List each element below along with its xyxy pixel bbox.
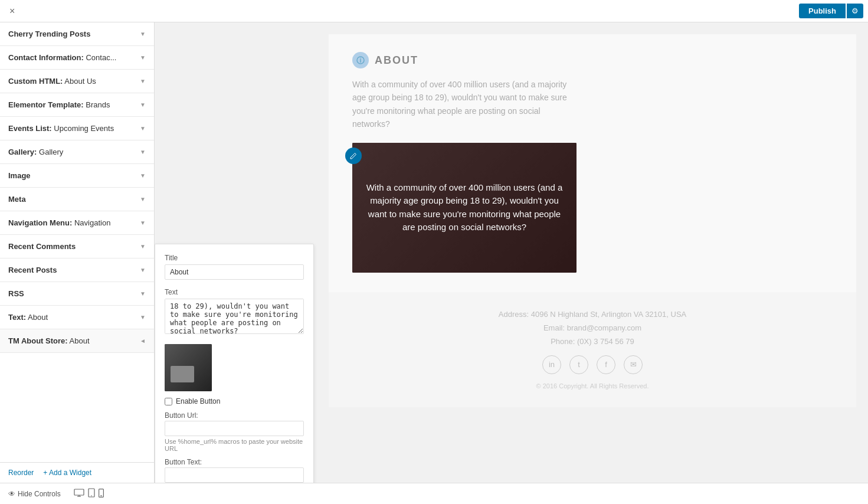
thumb-inner <box>165 344 212 391</box>
title-input[interactable] <box>165 264 304 280</box>
sidebar-item-meta[interactable]: Meta ▼ <box>0 188 154 211</box>
footer-phone: Phone: (0X) 3 754 56 79 <box>352 337 833 346</box>
chevron-down-icon: ▼ <box>140 243 146 250</box>
bottom-bar: 👁 Hide Controls <box>0 483 868 504</box>
tablet-view-button[interactable] <box>88 488 95 499</box>
add-widget-button[interactable]: + Add a Widget <box>43 469 91 477</box>
sidebar-item-tm-about-store[interactable]: TM About Store: About ◄ <box>0 329 154 353</box>
enable-button-label[interactable]: Enable Button <box>176 397 220 405</box>
phone-label: Phone: <box>551 337 575 346</box>
content-area: Title Text 18 to 29), wouldn't you want … <box>155 22 868 483</box>
footer-copyright: © 2016 Copyright. All Rights Reserved. <box>352 382 833 390</box>
text-input[interactable]: 18 to 29), wouldn't you want to make sur… <box>165 299 304 334</box>
text-label: Text <box>165 288 304 296</box>
edit-image-button[interactable] <box>345 148 362 164</box>
main-layout: Cherry Trending Posts ▼ Contact Informat… <box>0 22 868 483</box>
chevron-down-icon: ▼ <box>140 149 146 155</box>
close-button[interactable]: × <box>5 4 19 19</box>
chevron-down-icon: ▼ <box>140 172 146 179</box>
enable-button-checkbox[interactable] <box>165 398 172 405</box>
top-bar: × Publish ⚙ <box>0 0 868 22</box>
sidebar-item-recent-posts[interactable]: Recent Posts ▼ <box>0 258 154 282</box>
address-value: 4096 N Highland St, Arlington VA 32101, … <box>531 310 687 319</box>
about-image-wrapper: With a community of over 400 million use… <box>352 143 577 273</box>
chevron-down-icon: ▼ <box>140 314 146 320</box>
email-label: Email: <box>543 323 565 332</box>
sidebar: Cherry Trending Posts ▼ Contact Informat… <box>0 22 155 483</box>
about-description: With a community of over 400 million use… <box>352 78 577 131</box>
settings-button[interactable]: ⚙ <box>847 4 863 18</box>
widget-panel-inner: Title Text 18 to 29), wouldn't you want … <box>155 244 313 483</box>
sidebar-footer: Reorder + Add a Widget <box>0 462 154 483</box>
chevron-down-icon: ▼ <box>140 102 146 108</box>
sidebar-item-navigation-menu[interactable]: Navigation Menu: Navigation ▼ <box>0 211 154 235</box>
title-label: Title <box>165 254 304 262</box>
sidebar-list: Cherry Trending Posts ▼ Contact Informat… <box>0 22 154 462</box>
button-text-label: Button Text: <box>165 458 304 466</box>
chevron-down-icon: ▼ <box>140 78 146 84</box>
sidebar-item-image[interactable]: Image ▼ <box>0 164 154 188</box>
button-url-input[interactable] <box>165 421 304 436</box>
chevron-down-icon: ▼ <box>140 31 146 37</box>
phone-value: (0X) 3 754 56 79 <box>577 337 634 346</box>
sidebar-item-rss[interactable]: RSS ▼ <box>0 282 154 306</box>
about-image-card: With a community of over 400 million use… <box>352 143 577 273</box>
about-heading: ABOUT <box>375 54 418 67</box>
text-field-group: Text 18 to 29), wouldn't you want to mak… <box>165 288 304 336</box>
image-card-text: With a community of over 400 million use… <box>364 181 565 234</box>
social-linkedin-icon[interactable]: in <box>542 355 561 374</box>
about-icon <box>352 52 369 68</box>
sidebar-item-recent-comments[interactable]: Recent Comments ▼ <box>0 235 154 258</box>
preview-area: ABOUT With a community of over 400 milli… <box>317 22 868 419</box>
chevron-down-icon: ▼ <box>140 196 146 202</box>
sidebar-item-elementor-template[interactable]: Elementor Template: Brands ▼ <box>0 93 154 117</box>
svg-rect-3 <box>74 489 84 495</box>
title-field-group: Title <box>165 254 304 280</box>
thumbnail-image[interactable] <box>165 344 212 391</box>
sidebar-item-custom-html[interactable]: Custom HTML: About Us ▼ <box>0 70 154 93</box>
widget-edit-panel: Title Text 18 to 29), wouldn't you want … <box>155 244 314 483</box>
chevron-down-icon: ▼ <box>140 125 146 132</box>
about-section: ABOUT With a community of over 400 milli… <box>329 34 856 292</box>
hide-controls-button[interactable]: 👁 Hide Controls <box>8 490 61 498</box>
footer-address: Address: 4096 N Highland St, Arlington V… <box>352 310 833 319</box>
footer-info-section: Address: 4096 N Highland St, Arlington V… <box>329 292 856 407</box>
publish-group: Publish ⚙ <box>799 4 863 18</box>
image-card-overlay: With a community of over 400 million use… <box>352 143 577 273</box>
sidebar-item-label-text: Cherry Trending Posts <box>8 30 90 38</box>
svg-point-7 <box>91 495 92 496</box>
sidebar-item-text[interactable]: Text: About ▼ <box>0 306 154 329</box>
chevron-down-icon: ▼ <box>140 290 146 297</box>
footer-social: in t f ✉ <box>352 355 833 374</box>
url-hint: Use %home_url% macros to paste your webs… <box>165 438 304 452</box>
hide-controls-label: Hide Controls <box>18 490 61 498</box>
desktop-view-button[interactable] <box>74 488 84 499</box>
svg-point-2 <box>360 58 361 59</box>
email-value: brand@company.com <box>567 323 641 332</box>
footer-email: Email: brand@company.com <box>352 323 833 332</box>
button-text-input[interactable] <box>165 467 304 483</box>
about-title-row: ABOUT <box>352 52 833 68</box>
sidebar-item-events-list[interactable]: Events List: Upcoming Events ▼ <box>0 117 154 140</box>
enable-button-row: Enable Button <box>165 397 304 405</box>
view-icons-group <box>74 488 104 499</box>
chevron-down-icon: ▼ <box>140 267 146 273</box>
sidebar-item-gallery[interactable]: Gallery: Gallery ▼ <box>0 140 154 164</box>
address-label: Address: <box>499 310 529 319</box>
social-twitter-icon[interactable]: t <box>569 355 588 374</box>
sidebar-item-cherry-trending-posts[interactable]: Cherry Trending Posts ▼ <box>0 22 154 46</box>
chevron-left-icon: ◄ <box>140 338 146 344</box>
chevron-down-icon: ▼ <box>140 220 146 226</box>
publish-button[interactable]: Publish <box>799 4 846 18</box>
sidebar-item-contact-information[interactable]: Contact Information: Contac... ▼ <box>0 46 154 70</box>
reorder-button[interactable]: Reorder <box>8 469 34 477</box>
chevron-down-icon: ▼ <box>140 54 146 61</box>
button-url-label: Button Url: <box>165 411 304 420</box>
mobile-view-button[interactable] <box>99 488 104 499</box>
social-facebook-icon[interactable]: f <box>597 355 615 374</box>
social-email-icon[interactable]: ✉ <box>624 355 643 374</box>
eye-icon: 👁 <box>8 490 15 498</box>
